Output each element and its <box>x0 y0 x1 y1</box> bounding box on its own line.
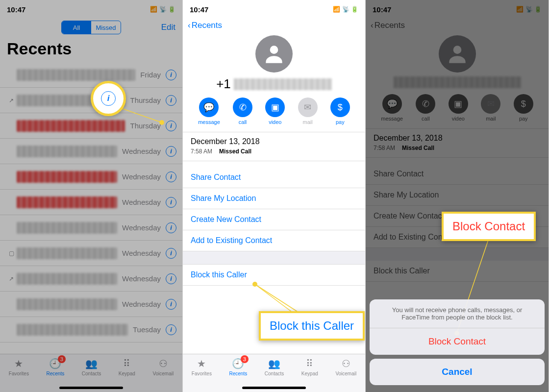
add-existing-link[interactable]: Add to Existing Contact <box>183 230 365 251</box>
contact-detail-screen: 10:47 📶 📡 🔋 ‹Recents +1 💬message ✆call ▣… <box>183 0 366 392</box>
status-bar: 10:47 📶 📡 🔋 <box>183 0 365 19</box>
block-caller-callout: Block this Caller <box>259 311 365 341</box>
message-button[interactable]: 💬message <box>198 98 220 125</box>
share-contact-link: Share Contact <box>366 164 549 185</box>
tab-favorites[interactable]: ★Favorites <box>192 357 212 392</box>
tab-voicemail[interactable]: ⚇Voicemail <box>152 357 174 392</box>
phone-icon: ✆ <box>233 98 252 117</box>
info-icon[interactable]: i <box>166 248 176 259</box>
info-icon[interactable]: i <box>166 197 176 208</box>
star-icon: ★ <box>12 357 25 370</box>
mail-icon: ✉ <box>298 98 318 117</box>
block-contact-callout: Block Contact <box>442 212 536 241</box>
chevron-left-icon: ‹ <box>188 21 191 30</box>
clock: 10:47 <box>373 5 391 14</box>
mail-button: ✉mail <box>298 98 318 125</box>
status-icons: 📶 📡 🔋 <box>333 6 358 13</box>
block-confirm-screen: 10:47 📶 📡 🔋 ‹Recents 💬message ✆call ▣vid… <box>366 0 549 392</box>
share-location-link[interactable]: Share My Location <box>183 188 365 209</box>
home-indicator[interactable] <box>242 387 306 389</box>
chevron-left-icon: ‹ <box>371 21 374 30</box>
status-bar: 10:47 📶 📡 🔋 <box>366 0 549 19</box>
create-contact-link[interactable]: Create New Contact <box>183 209 365 230</box>
contacts-icon: 👥 <box>85 357 98 370</box>
svg-point-2 <box>270 46 278 54</box>
info-icon[interactable]: i <box>166 273 176 284</box>
block-contact-button[interactable]: Block Contact <box>370 328 545 355</box>
call-button: ✆call <box>416 94 435 122</box>
call-time: 7:58 AM <box>191 148 212 155</box>
list-item[interactable]: Wednesdayi <box>0 164 182 190</box>
avatar <box>439 35 476 73</box>
avatar <box>255 35 293 73</box>
list-item[interactable]: Wednesdayi <box>0 190 182 215</box>
call-record: December 13, 2018 7:58 AMMissed Call <box>183 132 365 161</box>
info-icon[interactable]: i <box>166 299 176 310</box>
phone-out-icon: ↗ <box>8 97 15 104</box>
tab-voicemail[interactable]: ⚇Voicemail <box>335 357 356 392</box>
list-item[interactable]: Tuesdayi <box>0 317 182 343</box>
status-icons: 📶 📡 🔋 <box>516 6 542 13</box>
call-button[interactable]: ✆call <box>233 98 252 125</box>
recents-screen: 10:47 📶 📡 🔋 All Missed Edit Recents Frid… <box>0 0 183 392</box>
voicemail-icon: ⚇ <box>157 357 170 370</box>
recents-badge: 3 <box>58 355 66 363</box>
share-contact-link[interactable]: Share Contact <box>183 167 365 188</box>
info-icon[interactable]: i <box>166 121 176 131</box>
contact-number <box>366 76 549 88</box>
call-record: December 13, 2018 7:58 AMMissed Call <box>366 128 549 158</box>
video-button[interactable]: ▣video <box>265 98 285 125</box>
video-button: ▣video <box>449 94 468 122</box>
phone-out-icon: ↗ <box>8 275 15 282</box>
back-button[interactable]: ‹Recents <box>183 19 365 32</box>
svg-point-6 <box>453 46 461 54</box>
block-caller-link[interactable]: Block this Caller <box>183 264 365 286</box>
edit-button[interactable]: Edit <box>161 23 175 32</box>
info-callout: i <box>91 81 126 116</box>
list-item[interactable]: Thursdayi <box>0 113 182 139</box>
list-item[interactable]: ▢Wednesdayi <box>0 241 182 266</box>
info-icon[interactable]: i <box>166 146 176 157</box>
message-button: 💬message <box>381 94 403 122</box>
list-item[interactable]: Wednesdayi <box>0 139 182 164</box>
info-icon[interactable]: i <box>166 70 176 80</box>
cancel-button[interactable]: Cancel <box>370 359 545 385</box>
list-item[interactable]: Wednesdayi <box>0 215 182 241</box>
pay-button[interactable]: $pay <box>330 98 350 125</box>
clock-icon: 🕘3 <box>49 357 62 370</box>
voicemail-icon: ⚇ <box>340 357 352 370</box>
info-icon[interactable]: i <box>166 95 176 106</box>
contact-number: +1 <box>183 76 365 92</box>
mail-button: ✉mail <box>481 94 500 122</box>
contact-actions: 💬message ✆call ▣video ✉mail $pay <box>183 92 365 132</box>
segment-missed[interactable]: Missed <box>91 21 121 34</box>
page-title: Recents <box>0 36 182 62</box>
clock: 10:47 <box>7 5 25 14</box>
pay-icon: $ <box>330 98 350 117</box>
star-icon: ★ <box>195 357 208 370</box>
clock-icon: 🕘3 <box>232 357 245 370</box>
tab-favorites[interactable]: ★Favorites <box>9 357 29 392</box>
video-icon: ▢ <box>8 250 15 257</box>
back-button: ‹Recents <box>366 19 549 32</box>
svg-line-5 <box>255 284 300 314</box>
filter-segmented[interactable]: All Missed <box>61 21 121 34</box>
list-item[interactable]: ↗Wednesdayi <box>0 266 182 292</box>
list-item[interactable]: Wednesdayi <box>0 292 182 317</box>
message-icon: 💬 <box>199 98 219 117</box>
svg-line-3 <box>255 284 294 314</box>
info-icon[interactable]: i <box>166 324 176 335</box>
status-icons: 📶 📡 🔋 <box>150 6 175 13</box>
recents-badge: 3 <box>241 355 249 363</box>
block-caller-link: Block this Caller <box>366 261 549 282</box>
info-icon[interactable]: i <box>166 172 176 182</box>
info-icon[interactable]: i <box>166 222 176 233</box>
video-icon: ▣ <box>265 98 285 117</box>
home-indicator[interactable] <box>59 387 123 389</box>
segment-all[interactable]: All <box>62 21 91 34</box>
call-date: December 13, 2018 <box>191 137 357 146</box>
keypad-icon: ⠿ <box>303 357 316 370</box>
pay-button: $pay <box>514 94 533 122</box>
info-icon: i <box>101 91 116 106</box>
status-bar: 10:47 📶 📡 🔋 <box>0 0 182 19</box>
